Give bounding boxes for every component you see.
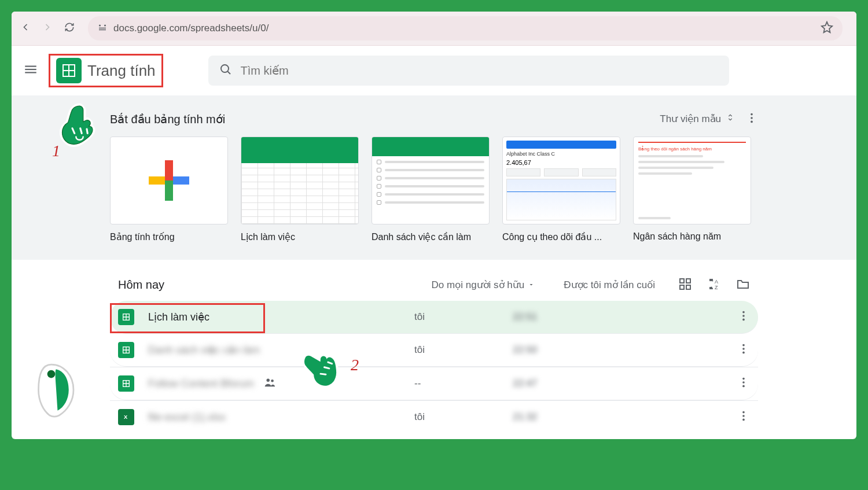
document-owner: -- <box>414 378 513 389</box>
owner-filter[interactable]: Do mọi người sở hữu <box>432 279 535 291</box>
svg-rect-6 <box>25 72 36 73</box>
document-time: 22:47 <box>513 378 617 389</box>
excel-file-icon: X <box>118 409 134 425</box>
svg-point-9 <box>751 117 753 119</box>
search-input[interactable] <box>241 64 719 78</box>
document-row[interactable]: Danh sách việc cần làmtôi22:50 <box>110 334 758 367</box>
row-more-button[interactable] <box>737 310 750 325</box>
svg-text:A: A <box>715 279 718 285</box>
grid-view-button[interactable] <box>678 277 692 293</box>
sheets-file-icon <box>118 375 134 392</box>
svg-point-20 <box>742 319 745 321</box>
svg-point-18 <box>742 311 745 314</box>
folder-button[interactable] <box>736 277 750 293</box>
svg-point-8 <box>751 113 753 116</box>
shared-icon <box>263 376 276 392</box>
annotation-hand-2 <box>301 344 347 390</box>
svg-text:X: X <box>124 414 128 420</box>
svg-point-26 <box>267 378 270 382</box>
browser-toolbar: docs.google.com/spreadsheets/u/0/ <box>12 12 856 46</box>
svg-rect-4 <box>25 66 36 67</box>
url-text: docs.google.com/spreadsheets/u/0/ <box>113 23 269 34</box>
svg-point-29 <box>742 381 745 384</box>
site-settings-icon[interactable] <box>97 22 108 35</box>
annotation-number-2: 2 <box>351 356 359 374</box>
svg-point-23 <box>742 348 745 350</box>
templates-heading: Bắt đầu bảng tính mới <box>110 112 225 126</box>
document-owner: tôi <box>414 411 513 423</box>
app-header: Trang tính <box>12 46 856 95</box>
svg-point-27 <box>271 379 274 382</box>
corner-logo-badge <box>35 358 87 422</box>
forward-icon[interactable] <box>42 21 53 35</box>
document-list: Hôm nay Do mọi người sở hữu Được tôi mở … <box>98 260 770 439</box>
caret-down-icon <box>528 279 535 291</box>
document-time: 22:51 <box>513 311 617 323</box>
document-row[interactable]: Follow Content Bforum--22:47 <box>110 367 758 400</box>
annotation-hand-1 <box>58 103 104 149</box>
svg-point-0 <box>99 25 101 27</box>
template-gallery-button[interactable]: Thư viện mẫu <box>660 113 735 125</box>
svg-rect-3 <box>99 30 106 31</box>
search-bar[interactable] <box>208 56 729 86</box>
template-gallery: Bắt đầu bảng tính mới Thư viện mẫu Bảng … <box>12 95 856 260</box>
svg-point-35 <box>47 370 56 378</box>
last-opened-header: Được tôi mở lần cuối <box>564 279 655 291</box>
document-name: file-excel (1).xlsx <box>148 411 414 423</box>
row-more-button[interactable] <box>737 410 750 425</box>
svg-point-7 <box>221 65 229 72</box>
sort-az-button[interactable]: AZ <box>707 277 721 293</box>
back-icon[interactable] <box>20 21 31 35</box>
svg-rect-12 <box>686 279 690 283</box>
template-todo[interactable]: Danh sách việc cần làm <box>372 137 490 242</box>
menu-icon[interactable] <box>23 62 38 79</box>
search-icon <box>219 62 233 79</box>
reload-icon[interactable] <box>64 21 75 35</box>
svg-rect-11 <box>680 279 684 283</box>
svg-rect-13 <box>680 285 684 289</box>
svg-point-33 <box>742 415 745 417</box>
row-more-button[interactable] <box>737 376 750 391</box>
template-blank[interactable]: Bảng tính trống <box>110 137 228 242</box>
svg-point-1 <box>104 25 106 27</box>
section-today: Hôm nay <box>118 278 164 292</box>
svg-point-10 <box>751 121 753 123</box>
templates-more-button[interactable] <box>745 112 758 126</box>
app-logo-block[interactable]: Trang tính <box>49 54 163 87</box>
svg-rect-5 <box>25 69 36 70</box>
svg-text:Z: Z <box>715 285 718 290</box>
svg-point-34 <box>742 419 745 421</box>
svg-point-24 <box>742 352 745 354</box>
document-time: 22:50 <box>513 344 617 356</box>
document-owner: tôi <box>414 344 513 356</box>
svg-point-22 <box>742 344 745 347</box>
unfold-icon <box>726 113 735 125</box>
address-bar[interactable]: docs.google.com/spreadsheets/u/0/ <box>88 16 843 40</box>
svg-point-19 <box>742 315 745 317</box>
row-more-button[interactable] <box>737 342 750 358</box>
template-budget[interactable]: Bảng theo dõi ngân sách hàng năm Ngân sá… <box>633 137 751 242</box>
svg-rect-14 <box>686 285 690 289</box>
bookmark-star-icon[interactable] <box>821 21 833 36</box>
document-name: Follow Content Bforum <box>148 376 414 392</box>
svg-point-30 <box>742 385 745 388</box>
document-owner: tôi <box>414 311 513 323</box>
template-schedule[interactable]: Lịch làm việc <box>241 137 359 242</box>
document-row[interactable]: Xfile-excel (1).xlsxtôi21:32 <box>110 401 758 433</box>
svg-rect-2 <box>99 28 106 29</box>
sheets-file-icon <box>118 309 134 325</box>
app-title: Trang tính <box>87 62 156 80</box>
document-row[interactable]: Lịch làm việctôi22:51 <box>110 301 758 334</box>
document-time: 21:32 <box>513 411 617 423</box>
plus-icon <box>149 160 189 201</box>
svg-point-28 <box>742 378 745 380</box>
sheets-logo-icon <box>56 58 82 83</box>
document-name: Danh sách việc cần làm <box>148 344 414 356</box>
svg-point-32 <box>742 411 745 414</box>
sheets-file-icon <box>118 342 134 358</box>
document-name: Lịch làm việc <box>148 311 414 323</box>
template-investment[interactable]: Alphabet Inc Class C2.405,67 Công cụ the… <box>502 137 620 242</box>
